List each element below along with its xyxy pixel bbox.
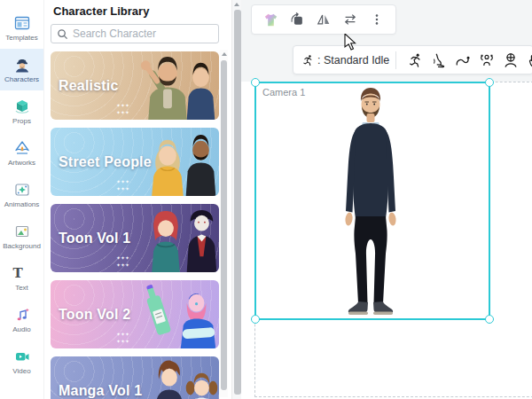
sidebar-item-label: Video (12, 367, 30, 375)
category-label: Toon Vol 1 (59, 231, 130, 246)
sidebar-item-label: Templates (5, 34, 37, 42)
motion-path-icon[interactable] (454, 51, 471, 68)
scroll-up-arrow-icon[interactable] (222, 52, 227, 56)
category-banner-toon-vol-2[interactable]: Toon Vol 2 (51, 280, 219, 348)
category-label: Toon Vol 2 (59, 307, 130, 323)
sidebar-item-label: Characters (4, 75, 39, 83)
library-scrollbar-thumb[interactable] (221, 60, 227, 390)
action-run-icon[interactable] (406, 51, 423, 68)
dress-up-tshirt-icon[interactable] (262, 11, 279, 28)
character-figure[interactable] (326, 87, 415, 319)
mouse-cursor (344, 34, 356, 51)
category-label: Realistic (59, 78, 119, 94)
flip-horizontal-icon[interactable] (315, 11, 332, 28)
current-pose-selector[interactable]: : Standard Idle (301, 54, 389, 66)
sidebar-item-label: Background (3, 242, 41, 250)
sidebar-item-label: Audio (12, 325, 30, 333)
canvas-workspace: Camera 1 (241, 0, 532, 399)
artworks-icon (13, 139, 31, 157)
scroll-up-arrow-icon[interactable] (234, 3, 239, 6)
video-icon (13, 348, 31, 365)
animations-icon (13, 181, 31, 199)
pose-toolbar: : Standard Idle (293, 45, 532, 74)
category-banner-list: Realistic Street People (51, 51, 219, 399)
category-banner-realistic[interactable]: Realistic (51, 51, 219, 120)
sidebar-item-background[interactable]: Background (0, 215, 43, 257)
search-icon (57, 28, 68, 40)
sidebar-item-label: Text (15, 284, 28, 292)
characters-icon (13, 56, 31, 74)
category-banner-toon-vol-1[interactable]: Toon Vol 1 (51, 204, 219, 272)
sidebar-item-animations[interactable]: Animations (0, 174, 43, 215)
category-banner-manga-vol-1[interactable]: Manga Vol 1 (51, 356, 219, 399)
swap-icon[interactable] (341, 11, 359, 28)
text-icon: T (13, 264, 31, 282)
current-pose-label: : Standard Idle (317, 54, 389, 66)
background-icon (13, 223, 31, 240)
sidebar-item-label: Props (12, 117, 31, 125)
character-library-panel: Character Library (44, 0, 232, 399)
category-banner-street-people[interactable]: Street People (51, 128, 219, 196)
category-label: Street People (59, 154, 152, 170)
selection-handle-bottom-left[interactable] (251, 315, 260, 324)
props-icon (13, 98, 31, 115)
templates-icon (13, 14, 31, 32)
library-scrollbar[interactable] (220, 50, 228, 397)
sidebar: Templates Characters Props Artworks Anim… (0, 0, 44, 399)
audio-icon (13, 306, 31, 324)
expression-icon[interactable] (502, 51, 519, 68)
sidebar-item-label: Animations (4, 200, 40, 208)
sidebar-item-video[interactable]: Video (0, 340, 43, 382)
sidebar-item-label: Artworks (8, 159, 35, 167)
app-root: Templates Characters Props Artworks Anim… (0, 0, 532, 399)
sidebar-item-artworks[interactable]: Artworks (0, 132, 43, 174)
sidebar-item-characters[interactable]: Characters (0, 49, 43, 90)
replace-character-icon[interactable] (288, 11, 306, 28)
run-icon (301, 54, 314, 66)
sidebar-item-text[interactable]: T Text (0, 257, 43, 299)
sidebar-item-props[interactable]: Props (0, 90, 43, 132)
category-label: Manga Vol 1 (59, 383, 142, 399)
panel-title: Character Library (53, 4, 232, 18)
camera-label: Camera 1 (262, 87, 305, 98)
selection-handle-bottom-right[interactable] (485, 315, 494, 324)
sidebar-item-templates[interactable]: Templates (0, 7, 43, 49)
turn-around-icon[interactable] (478, 51, 495, 68)
selection-handle-top-left[interactable] (251, 78, 260, 87)
hand-gesture-icon[interactable] (526, 51, 532, 68)
realistic-banner-art (113, 51, 219, 120)
toolbar-divider (395, 51, 396, 69)
search-box[interactable] (51, 24, 219, 43)
leg-motion-icon[interactable] (430, 51, 447, 68)
sidebar-item-audio[interactable]: Audio (0, 299, 43, 340)
object-toolbar (251, 4, 396, 35)
panel-scrollbar[interactable] (231, 0, 241, 399)
selection-handle-top-right[interactable] (485, 78, 494, 87)
panel-scrollbar-thumb[interactable] (234, 10, 241, 395)
more-options-icon[interactable] (368, 11, 386, 28)
search-input[interactable] (68, 27, 213, 40)
